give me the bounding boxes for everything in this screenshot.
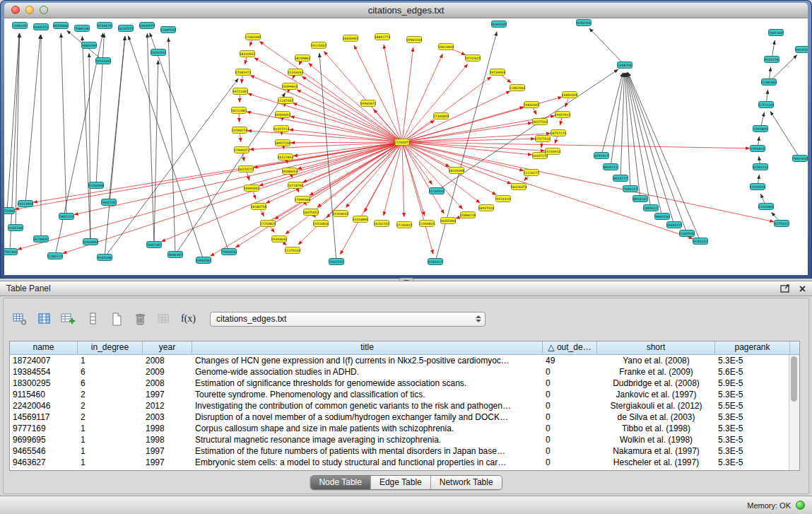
graph-node[interactable]: 10563950	[83, 239, 99, 245]
graph-node[interactable]: 19734903	[490, 69, 506, 76]
graph-node[interactable]: 7692354	[793, 156, 808, 162]
zoom-window-button[interactable]	[40, 6, 48, 14]
tab-node-table[interactable]: Node Table	[310, 476, 370, 489]
close-window-button[interactable]	[11, 6, 20, 14]
graph-edge[interactable]	[402, 54, 442, 142]
graph-node[interactable]: 18310952	[240, 51, 256, 57]
graph-node[interactable]: 20718790	[288, 182, 304, 189]
table-row[interactable]: 946554611997Estimation of the future num…	[10, 445, 799, 457]
graph-edge[interactable]	[402, 91, 510, 142]
graph-edge[interactable]	[402, 142, 433, 254]
column-view-button[interactable]	[83, 310, 102, 328]
table-row[interactable]: 911546021997Tourette syndrome. Phenomeno…	[10, 389, 799, 400]
graph-node[interactable]: 10944562	[196, 257, 212, 264]
graph-node[interactable]: 11581462	[761, 79, 777, 86]
graph-node[interactable]: 8919111	[604, 164, 618, 170]
graph-node[interactable]: 9606397	[168, 252, 183, 258]
table-row[interactable]: 2242004622012Investigating the contribut…	[10, 400, 799, 411]
graph-node[interactable]: 22063344	[245, 34, 261, 40]
column-header-name[interactable]: name	[10, 341, 78, 354]
tab-edge-table[interactable]: Edge Table	[370, 476, 430, 489]
graph-node[interactable]: 18180758	[251, 204, 267, 210]
graph-edge[interactable]	[247, 131, 402, 142]
graph-node[interactable]: 1595805	[753, 126, 768, 132]
graph-node[interactable]: 17081971	[235, 69, 252, 76]
table-row[interactable]: 969969511998Structural magnetic resonanc…	[10, 434, 799, 445]
graph-node[interactable]: 12010504	[750, 184, 766, 190]
import-table-button[interactable]	[155, 310, 174, 328]
column-header-out_de[interactable]: △ out_de…	[543, 341, 597, 354]
graph-node[interactable]: 20357213	[273, 126, 290, 132]
graph-node[interactable]: 8178835	[34, 236, 49, 243]
graph-node[interactable]: 9150176	[765, 57, 779, 63]
graph-edge[interactable]	[154, 60, 158, 245]
graph-node[interactable]: 17240402	[396, 222, 413, 228]
graph-node[interactable]: 17344859	[433, 113, 449, 119]
graph-node[interactable]: 7584236	[75, 25, 90, 32]
graph-edge[interactable]	[247, 93, 402, 142]
table-chooser-dropdown[interactable]: citations_edges.txt	[210, 312, 486, 327]
graph-node[interactable]: 18757170	[551, 130, 567, 136]
close-panel-icon[interactable]: ×	[799, 284, 806, 293]
table-row[interactable]: 977716911998Corpus callosum shape and si…	[10, 423, 799, 434]
graph-edge[interactable]	[55, 33, 103, 256]
graph-node[interactable]: 8914102	[633, 196, 648, 202]
graph-node[interactable]: 9346534	[8, 225, 23, 231]
graph-node[interactable]: 19721092	[233, 88, 249, 95]
graph-edge[interactable]	[235, 142, 402, 247]
graph-node[interactable]: 16137071	[118, 25, 134, 32]
graph-node[interactable]: 19457915	[555, 112, 571, 118]
graph-edge[interactable]	[290, 116, 402, 142]
graph-edge[interactable]	[250, 75, 402, 142]
graph-edge[interactable]	[10, 33, 20, 252]
graph-edge[interactable]	[589, 28, 625, 65]
tab-network-table[interactable]: Network Table	[430, 476, 502, 489]
graph-edge[interactable]	[402, 64, 468, 142]
column-header-in_degree[interactable]: in_degree	[78, 341, 143, 354]
table-row[interactable]: 946362711997Embryonic stem cells: a mode…	[10, 457, 799, 468]
graph-edge[interactable]	[109, 36, 125, 202]
graph-edge[interactable]	[611, 73, 623, 167]
graph-node[interactable]: 19225447	[311, 42, 327, 49]
column-header-pagerank[interactable]: pagerank	[715, 341, 790, 354]
graph-edge[interactable]	[402, 77, 491, 142]
graph-node[interactable]: 16570273	[238, 166, 254, 173]
graph-node[interactable]: 6775012	[775, 221, 789, 227]
graph-node[interactable]: 18957206	[275, 140, 291, 146]
graph-edge[interactable]	[770, 111, 800, 158]
graph-node[interactable]: 5905155	[59, 214, 74, 220]
table-mode-button[interactable]	[11, 310, 30, 328]
graph-node[interactable]: 9064325	[34, 24, 49, 30]
graph-edge[interactable]	[290, 142, 402, 143]
graph-node[interactable]: 16262207	[374, 221, 390, 227]
graph-node[interactable]: 20732625	[465, 55, 481, 62]
table-scrollbar[interactable]	[789, 355, 799, 470]
graph-node[interactable]: 19965871	[360, 100, 377, 107]
graph-edge[interactable]	[18, 142, 402, 250]
graph-node[interactable]: 12116277	[524, 170, 540, 176]
graph-node[interactable]: 11007547	[160, 27, 177, 33]
graph-node[interactable]: 6791917	[594, 153, 609, 159]
graph-node[interactable]: 22044821	[419, 221, 435, 227]
graph-node[interactable]: 1948794	[618, 62, 632, 69]
graph-node[interactable]: 9860506	[655, 214, 670, 220]
graph-node[interactable]: 5005182	[147, 242, 162, 248]
graph-node[interactable]: 15050502	[151, 49, 167, 56]
select-columns-button[interactable]	[35, 310, 54, 328]
graph-node[interactable]: 21247447	[278, 98, 294, 104]
graph-edge[interactable]	[7, 33, 19, 211]
graph-node[interactable]: 19961203	[406, 37, 423, 43]
minimize-window-button[interactable]	[25, 6, 34, 14]
graph-node[interactable]: 9245032	[693, 238, 708, 245]
graph-node[interactable]: 9734625	[98, 23, 112, 29]
graph-node[interactable]: 9083299	[82, 42, 97, 49]
graph-edge[interactable]	[25, 35, 40, 204]
graph-node[interactable]: 1894612	[644, 205, 659, 211]
graph-node[interactable]: 10391210	[753, 164, 769, 170]
table-row[interactable]: 1872400712008Changes of HCN gene express…	[10, 355, 799, 366]
graph-node[interactable]: 9165036	[98, 255, 112, 261]
graph-edge[interactable]	[150, 33, 229, 252]
graph-edge[interactable]	[105, 78, 238, 257]
graph-node[interactable]: 9313559	[796, 47, 808, 53]
edit-table-button[interactable]	[59, 310, 78, 328]
